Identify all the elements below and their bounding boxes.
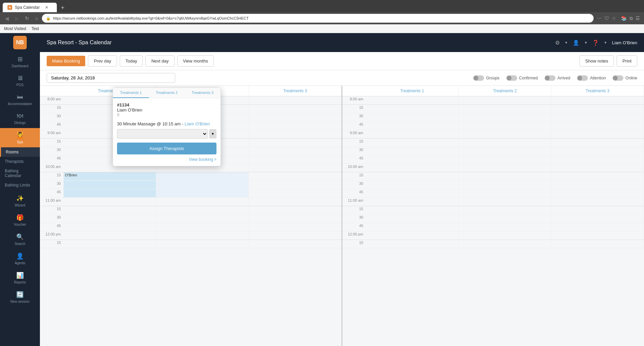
- cal-cell[interactable]: [366, 113, 459, 121]
- cal-cell[interactable]: [249, 181, 342, 189]
- cal-cell[interactable]: [64, 231, 156, 240]
- popup-tab-3[interactable]: Treatments 3: [185, 88, 221, 98]
- cal-cell[interactable]: [366, 139, 459, 147]
- cal-cell[interactable]: [366, 147, 459, 155]
- cal-cell[interactable]: [64, 223, 156, 231]
- tab-close-icon[interactable]: ✕: [45, 5, 48, 10]
- cal-cell[interactable]: [249, 105, 342, 113]
- prev-day-button[interactable]: Prev day: [88, 55, 117, 67]
- star-icon[interactable]: ☆: [612, 16, 616, 21]
- shield-icon[interactable]: 🛡: [604, 16, 609, 21]
- cal-cell[interactable]: [156, 215, 249, 223]
- cal-cell[interactable]: [249, 139, 342, 147]
- cal-cell[interactable]: [366, 189, 459, 197]
- online-toggle[interactable]: [613, 75, 623, 81]
- cal-cell[interactable]: [551, 223, 644, 231]
- popup-tab-2[interactable]: Treatments 2: [149, 88, 185, 98]
- cal-cell[interactable]: [551, 122, 644, 130]
- cal-cell[interactable]: [366, 198, 459, 206]
- cal-cell[interactable]: [156, 172, 249, 180]
- print-button[interactable]: Print: [617, 55, 637, 67]
- cal-cell[interactable]: [249, 130, 342, 138]
- back-button[interactable]: ◀: [3, 14, 11, 23]
- sidebar-sub-item-bathing-calendar[interactable]: Bathing Calendar: [0, 166, 40, 180]
- bookmarks-icon[interactable]: 📚: [621, 16, 627, 21]
- new-tab-button[interactable]: +: [58, 4, 67, 11]
- cal-cell[interactable]: [249, 155, 342, 164]
- cal-cell[interactable]: [459, 231, 551, 240]
- left-treat-col-3[interactable]: Treatments 3: [249, 86, 342, 96]
- cal-cell[interactable]: [551, 147, 644, 155]
- cal-cell[interactable]: [249, 215, 342, 223]
- cal-cell[interactable]: [459, 105, 551, 113]
- cal-cell[interactable]: [459, 181, 551, 189]
- cal-cell[interactable]: [249, 240, 342, 248]
- cal-cell[interactable]: [156, 231, 249, 240]
- confirmed-toggle[interactable]: [506, 75, 517, 81]
- cal-cell[interactable]: [459, 96, 551, 104]
- cal-cell[interactable]: [366, 240, 459, 248]
- cal-cell[interactable]: [156, 189, 249, 197]
- cal-cell[interactable]: [64, 240, 156, 248]
- sidebar-item-agents[interactable]: 👤 Agents: [0, 249, 40, 268]
- view-booking-link[interactable]: View booking >: [117, 157, 216, 162]
- sidebar-item-new-session[interactable]: 🔄 New session: [0, 288, 40, 307]
- help-dropdown-icon[interactable]: ▾: [604, 40, 606, 45]
- cal-cell[interactable]: [249, 96, 342, 104]
- groups-toggle[interactable]: [473, 75, 484, 81]
- sidebar-item-reports[interactable]: 📊 Reports: [0, 268, 40, 288]
- cal-cell[interactable]: [459, 130, 551, 138]
- cal-cell[interactable]: [551, 113, 644, 121]
- cal-cell[interactable]: [459, 223, 551, 231]
- cal-cell[interactable]: [459, 147, 551, 155]
- popup-tab-1[interactable]: Treatments 1: [113, 88, 149, 98]
- cal-cell[interactable]: [249, 172, 342, 180]
- cal-cell[interactable]: [366, 223, 459, 231]
- booking-cell[interactable]: [64, 181, 156, 189]
- cal-cell[interactable]: [551, 172, 644, 180]
- cal-cell[interactable]: [551, 155, 644, 164]
- date-input[interactable]: [47, 73, 175, 83]
- settings-icon[interactable]: ⚙: [555, 40, 560, 46]
- sidebar-item-dashboard[interactable]: ⊞ Dashboard: [0, 52, 40, 71]
- cal-cell[interactable]: [64, 206, 156, 214]
- cal-cell[interactable]: [249, 164, 342, 172]
- popup-therapist-select[interactable]: [117, 129, 208, 139]
- cal-cell[interactable]: [249, 206, 342, 214]
- popup-service-link[interactable]: Liam O'Brien: [185, 121, 210, 126]
- cal-cell[interactable]: [156, 206, 249, 214]
- sidebar-item-wizard[interactable]: ✨ Wizard: [0, 191, 40, 211]
- cal-cell[interactable]: [249, 147, 342, 155]
- cal-cell[interactable]: [551, 164, 644, 172]
- sidebar-item-spa[interactable]: 💆 Spa: [0, 128, 40, 147]
- active-tab[interactable]: N Spa Calendar ✕: [3, 3, 57, 12]
- cal-cell[interactable]: [156, 198, 249, 206]
- reload-button[interactable]: ↻: [23, 14, 31, 22]
- cal-cell[interactable]: [249, 113, 342, 121]
- cal-cell[interactable]: [459, 240, 551, 248]
- cal-cell[interactable]: [156, 181, 249, 189]
- extensions-icon[interactable]: ⋯: [597, 16, 602, 21]
- cal-cell[interactable]: [366, 122, 459, 130]
- cal-cell[interactable]: [366, 96, 459, 104]
- cal-cell[interactable]: [551, 206, 644, 214]
- cal-cell[interactable]: [64, 198, 156, 206]
- cal-cell[interactable]: [459, 139, 551, 147]
- cal-cell[interactable]: [249, 198, 342, 206]
- user-dropdown-icon[interactable]: ▾: [585, 40, 587, 45]
- right-treat-col-3[interactable]: Treatments 3: [551, 86, 644, 96]
- cal-cell[interactable]: [459, 122, 551, 130]
- today-button[interactable]: Today: [120, 55, 143, 67]
- cal-cell[interactable]: [459, 164, 551, 172]
- cal-cell[interactable]: [551, 96, 644, 104]
- help-icon[interactable]: ❓: [592, 40, 599, 46]
- cal-cell[interactable]: [551, 139, 644, 147]
- cal-cell[interactable]: [459, 189, 551, 197]
- cal-cell[interactable]: [459, 113, 551, 121]
- cal-cell[interactable]: [551, 189, 644, 197]
- sidebar-item-pos[interactable]: 🖥 POS: [0, 71, 40, 90]
- sidebar-item-search[interactable]: 🔍 Search: [0, 230, 40, 249]
- bookmark-most-visited[interactable]: Most Visited: [4, 26, 26, 31]
- home-button[interactable]: ⌂: [33, 14, 40, 22]
- cal-cell[interactable]: [366, 215, 459, 223]
